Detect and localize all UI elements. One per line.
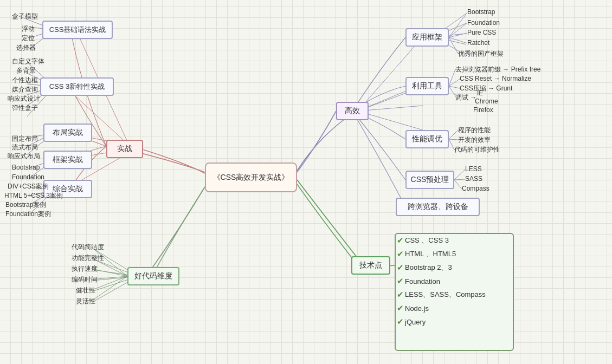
tech-jquery-label: jQuery — [405, 318, 426, 326]
leaf-boxmodel: 盒子模型 — [12, 12, 38, 21]
kuangjia-box: 框架实战 — [43, 151, 92, 169]
buju-box: 布局实战 — [43, 123, 92, 142]
leaf-multi-bg: 多背景 — [16, 66, 36, 75]
check-foundation: ✔ — [397, 276, 404, 286]
leaf-codetime: 编码时间 — [72, 275, 98, 284]
leaf-compass: Compass — [462, 185, 489, 192]
hao-daima-label: 好代码维度 — [134, 271, 172, 281]
yuchuli-box: CSS预处理 — [405, 171, 454, 189]
leaf-foundation-fw: Foundation — [12, 173, 44, 181]
leaf-sass: SASS — [465, 175, 482, 183]
leaf-css-compress: CSS压缩 → Grunt — [460, 84, 512, 93]
tech-css-label: CSS 、CSS 3 — [405, 236, 449, 245]
leaf-bootstrap-case: Bootstrap案例 — [5, 200, 46, 210]
leaf-responsive: 响应式设计 — [8, 94, 40, 103]
buju-label: 布局实战 — [53, 128, 83, 138]
leaf-debug-label: 调试 → — [455, 93, 476, 102]
tech-jquery: ✔ jQuery — [397, 317, 426, 327]
tech-bootstrap-label: Bootstrap 2、3 — [405, 263, 452, 272]
tech-css: ✔ CSS 、CSS 3 — [397, 236, 449, 245]
cross-browser-box: 跨浏览器、跨设备 — [396, 198, 480, 216]
leaf-ie: IE — [477, 89, 483, 97]
leaf-float: 浮动 — [22, 24, 35, 34]
tech-foundation: ✔ Foundation — [397, 276, 440, 286]
tech-html-label: HTML 、HTML5 — [405, 249, 456, 259]
check-less-sass: ✔ — [397, 290, 404, 300]
leaf-guochan: 优秀的国产框架 — [458, 49, 504, 58]
tech-nodejs: ✔ Node.js — [397, 303, 429, 313]
tech-less-sass-label: LESS、SASS、Compass — [405, 290, 486, 300]
mind-map: 《CSS高效开发实战》 实战 CSS基础语法实战 盒子模型 浮动 定位 选择器 … — [0, 0, 612, 364]
leaf-fixed-layout: 固定布局 — [12, 134, 38, 144]
check-html: ✔ — [397, 249, 404, 259]
kuangjia-label: 框架实战 — [53, 155, 83, 165]
check-bootstrap: ✔ — [397, 263, 404, 272]
yingyong-box: 应用框架 — [405, 28, 449, 47]
leaf-foundation-case: Foundation案例 — [5, 210, 51, 219]
leaf-css-reset: CSS Reset → Normalize — [460, 75, 531, 82]
shizhan-box: 实战 — [106, 140, 143, 158]
jishu-label: 技术点 — [359, 261, 382, 270]
xingneng-box: 性能调优 — [405, 130, 449, 148]
liyong-label: 利用工具 — [412, 81, 442, 91]
leaf-border: 个性边框 — [12, 76, 38, 85]
check-jquery: ✔ — [397, 317, 404, 327]
leaf-flexible: 灵活性 — [76, 297, 95, 306]
css3-label: CSS 3新特性实战 — [49, 82, 105, 92]
leaf-position: 定位 — [22, 34, 35, 43]
liyong-box: 利用工具 — [405, 77, 449, 95]
css-basic-box: CSS基础语法实战 — [42, 21, 113, 39]
leaf-dev-eff: 开发的效率 — [458, 135, 491, 145]
tech-bootstrap: ✔ Bootstrap 2、3 — [397, 263, 452, 272]
check-css: ✔ — [397, 236, 404, 245]
leaf-resp-layout: 响应式布局 — [8, 152, 40, 161]
leaf-less: LESS — [465, 165, 482, 173]
center-label: 《CSS高效开发实战》 — [213, 173, 289, 183]
tech-nodejs-label: Node.js — [405, 304, 429, 313]
leaf-functional: 功能完整性 — [72, 253, 104, 263]
leaf-flexbox: 弹性盒子 — [12, 103, 38, 113]
leaf-div-css: DIV+CSS案例 — [8, 182, 49, 191]
leaf-ratchet: Ratchet — [467, 39, 489, 47]
leaf-program-perf: 程序的性能 — [458, 126, 491, 135]
css3-box: CSS 3新特性实战 — [40, 77, 114, 96]
leaf-chrome: Chrome — [475, 98, 498, 105]
leaf-simple: 代码简洁度 — [72, 243, 104, 252]
leaf-html5-css3: HTML 5+CSS 3案例 — [4, 191, 63, 200]
gaoxiao-label: 高效 — [345, 106, 360, 116]
center-node: 《CSS高效开发实战》 — [205, 162, 297, 192]
leaf-foundation-fw2: Foundation — [467, 19, 500, 27]
leaf-custom-font: 自定义字体 — [12, 57, 44, 66]
leaf-robust: 健壮性 — [76, 286, 95, 295]
leaf-maintainability: 代码的可维护性 — [454, 145, 500, 154]
hao-daima-box: 好代码维度 — [127, 267, 179, 285]
leaf-selector: 选择器 — [16, 43, 36, 53]
leaf-prefix: 去掉浏览器前缀 → Prefix free — [455, 65, 540, 74]
leaf-bootstrap-fw: Bootstrap — [12, 164, 40, 171]
leaf-firefox: Firefox — [473, 106, 493, 114]
leaf-speed: 执行速度 — [72, 264, 98, 274]
css-basic-label: CSS基础语法实战 — [49, 25, 106, 35]
check-nodejs: ✔ — [397, 303, 404, 313]
xingneng-label: 性能调优 — [412, 134, 442, 144]
tech-html: ✔ HTML 、HTML5 — [397, 249, 456, 259]
svg-line-24 — [358, 37, 423, 111]
leaf-fluid-layout: 流式布局 — [12, 143, 38, 152]
leaf-purecss: Pure CSS — [467, 29, 496, 36]
tech-foundation-label: Foundation — [405, 277, 440, 285]
yuchuli-label: CSS预处理 — [411, 175, 449, 185]
yingyong-label: 应用框架 — [412, 32, 442, 42]
cross-browser-label: 跨浏览器、跨设备 — [408, 202, 468, 212]
tech-less-sass: ✔ LESS、SASS、Compass — [397, 290, 486, 300]
leaf-bootstrap-fw2: Bootstrap — [467, 8, 495, 16]
gaoxiao-box: 高效 — [336, 102, 369, 120]
leaf-media: 媒介查询 — [12, 85, 38, 94]
shizhan-label: 实战 — [117, 144, 132, 154]
jishu-box: 技术点 — [351, 256, 390, 275]
